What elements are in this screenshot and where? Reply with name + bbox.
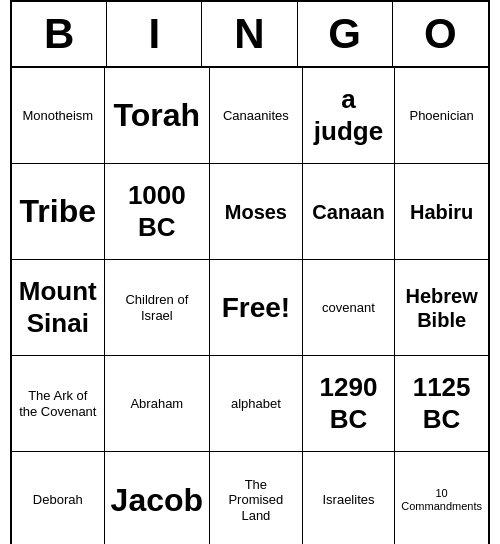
cell-text: Canaan — [312, 200, 384, 224]
bingo-cell: Jacob — [105, 452, 210, 544]
bingo-cell: Torah — [105, 68, 210, 164]
cell-text: Children of Israel — [111, 292, 203, 323]
bingo-card: BINGO MonotheismTorahCanaanitesa judgePh… — [10, 0, 490, 544]
bingo-cell: Mount Sinai — [12, 260, 105, 356]
cell-text: Canaanites — [223, 108, 289, 124]
bingo-cell: Canaanites — [210, 68, 303, 164]
cell-text: 1125 BC — [401, 372, 482, 434]
bingo-cell: Hebrew Bible — [395, 260, 488, 356]
header-letter: I — [107, 2, 202, 66]
cell-text: alphabet — [231, 396, 281, 412]
cell-text: Deborah — [33, 492, 83, 508]
cell-text: covenant — [322, 300, 375, 316]
cell-text: 1000 BC — [111, 180, 203, 242]
bingo-cell: Abraham — [105, 356, 210, 452]
cell-text: 10 Commandments — [401, 487, 482, 513]
bingo-cell: Monotheism — [12, 68, 105, 164]
bingo-cell: 1125 BC — [395, 356, 488, 452]
bingo-cell: Phoenician — [395, 68, 488, 164]
cell-text: Tribe — [20, 192, 96, 230]
bingo-cell: The Ark of the Covenant — [12, 356, 105, 452]
bingo-cell: 10 Commandments — [395, 452, 488, 544]
bingo-cell: alphabet — [210, 356, 303, 452]
cell-text: a judge — [309, 84, 389, 146]
header-letter: G — [298, 2, 393, 66]
cell-text: The Ark of the Covenant — [18, 388, 98, 419]
bingo-cell: Israelites — [303, 452, 396, 544]
cell-text: Hebrew Bible — [401, 284, 482, 332]
header-letter: O — [393, 2, 488, 66]
bingo-cell: Habiru — [395, 164, 488, 260]
cell-text: Monotheism — [22, 108, 93, 124]
cell-text: 1290 BC — [309, 372, 389, 434]
bingo-grid: MonotheismTorahCanaanitesa judgePhoenici… — [12, 68, 488, 544]
cell-text: Phoenician — [409, 108, 473, 124]
header-letter: N — [202, 2, 297, 66]
cell-text: Torah — [114, 96, 201, 134]
bingo-cell: Deborah — [12, 452, 105, 544]
bingo-cell: 1290 BC — [303, 356, 396, 452]
cell-text: Free! — [222, 291, 290, 325]
bingo-cell: Free! — [210, 260, 303, 356]
bingo-cell: a judge — [303, 68, 396, 164]
bingo-cell: 1000 BC — [105, 164, 210, 260]
cell-text: Moses — [225, 200, 287, 224]
cell-text: The Promised Land — [216, 477, 296, 524]
cell-text: Israelites — [322, 492, 374, 508]
bingo-cell: Children of Israel — [105, 260, 210, 356]
bingo-cell: Canaan — [303, 164, 396, 260]
bingo-cell: The Promised Land — [210, 452, 303, 544]
header-letter: B — [12, 2, 107, 66]
bingo-cell: covenant — [303, 260, 396, 356]
bingo-cell: Moses — [210, 164, 303, 260]
cell-text: Abraham — [130, 396, 183, 412]
bingo-cell: Tribe — [12, 164, 105, 260]
bingo-header: BINGO — [12, 2, 488, 68]
cell-text: Habiru — [410, 200, 473, 224]
cell-text: Jacob — [111, 481, 203, 519]
cell-text: Mount Sinai — [18, 276, 98, 338]
